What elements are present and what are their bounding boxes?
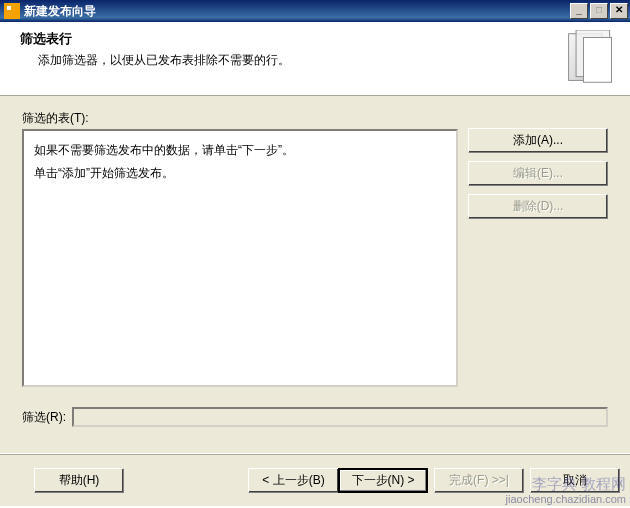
titlebar: 新建发布向导 _ □ ✕ <box>0 0 630 22</box>
svg-rect-2 <box>584 37 612 82</box>
side-buttons: 添加(A)... 编辑(E)... 删除(D)... <box>468 128 608 387</box>
finish-button: 完成(F) >>| <box>434 468 524 493</box>
window-title: 新建发布向导 <box>24 3 568 20</box>
app-icon <box>4 3 20 19</box>
help-button[interactable]: 帮助(H) <box>34 468 124 493</box>
wizard-footer: 帮助(H) < 上一步(B) 下一步(N) > 完成(F) >>| 取消 <box>0 454 630 506</box>
close-button[interactable]: ✕ <box>610 3 628 19</box>
delete-button: 删除(D)... <box>468 194 608 219</box>
filter-label: 筛选(R): <box>22 409 66 426</box>
page-title: 筛选表行 <box>20 30 616 48</box>
wizard-banner-icon <box>562 30 620 86</box>
wizard-body: 筛选的表(T): 如果不需要筛选发布中的数据，请单击“下一步”。 单击“添加”开… <box>0 96 630 454</box>
maximize-button: □ <box>590 3 608 19</box>
hint-line-1: 如果不需要筛选发布中的数据，请单击“下一步”。 <box>34 139 446 162</box>
minimize-button[interactable]: _ <box>570 3 588 19</box>
next-button[interactable]: 下一步(N) > <box>338 468 428 493</box>
filter-row: 筛选(R): <box>22 407 608 427</box>
filtered-tables-list[interactable]: 如果不需要筛选发布中的数据，请单击“下一步”。 单击“添加”开始筛选发布。 <box>22 129 458 387</box>
window-buttons: _ □ ✕ <box>568 3 628 19</box>
wizard-header: 筛选表行 添加筛选器，以便从已发布表排除不需要的行。 <box>0 22 630 96</box>
edit-button: 编辑(E)... <box>468 161 608 186</box>
page-description: 添加筛选器，以便从已发布表排除不需要的行。 <box>38 52 616 69</box>
hint-line-2: 单击“添加”开始筛选发布。 <box>34 162 446 185</box>
add-button[interactable]: 添加(A)... <box>468 128 608 153</box>
cancel-button[interactable]: 取消 <box>530 468 620 493</box>
filtered-tables-label: 筛选的表(T): <box>22 110 608 127</box>
back-button[interactable]: < 上一步(B) <box>248 468 338 493</box>
filter-field <box>72 407 608 427</box>
